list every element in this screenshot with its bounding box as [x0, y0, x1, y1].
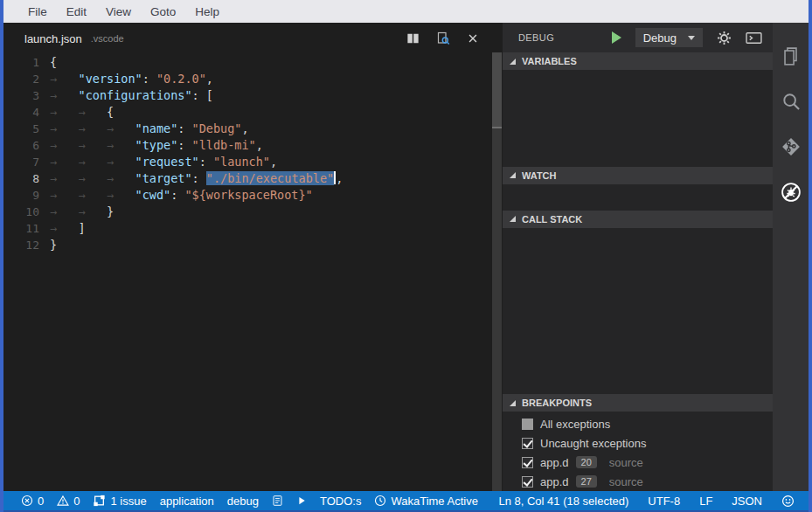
collapse-triangle-icon [510, 216, 516, 222]
line-number: 7 [13, 154, 39, 170]
code-line-11[interactable]: 11→ ] [3, 220, 491, 237]
code-line-2[interactable]: 2→ "version": "0.2.0", [3, 71, 491, 87]
code-editor[interactable]: 1{2→ "version": "0.2.0",3→ "configuratio… [3, 54, 491, 253]
debug-icon [781, 182, 802, 203]
breakpoint-checkbox[interactable] [522, 457, 533, 468]
line-number: 12 [13, 237, 39, 253]
code-line-12[interactable]: 12} [3, 237, 491, 253]
status-encoding-label: UTF-8 [648, 495, 680, 508]
tab-folder-hint: .vscode [91, 33, 124, 44]
debug-console-icon[interactable] [746, 31, 762, 45]
line-number: 9 [13, 187, 39, 204]
status-language-mode-label: JSON [732, 495, 762, 508]
breakpoint-label: All exceptions [540, 418, 610, 431]
code-line-9[interactable]: 9→ → → "cwd": "${workspaceRoot}" [3, 187, 491, 204]
activity-bar [773, 23, 809, 491]
status-encoding[interactable]: UTF-8 [648, 495, 680, 508]
status-debug-target[interactable]: debug [227, 495, 259, 508]
activitybar-item-explorer[interactable] [773, 33, 809, 79]
code-line-4[interactable]: 4→ → { [3, 104, 491, 121]
breakpoint-note: source [609, 475, 643, 488]
debug-sidebar: DEBUG Debug VARIABLES WATCH [503, 23, 773, 491]
issues-icon [93, 495, 106, 507]
menu-item-file[interactable]: File [18, 5, 57, 18]
status-application-label: application [160, 495, 214, 508]
section-variables[interactable]: VARIABLES [503, 52, 773, 70]
scrollbar-slider[interactable] [492, 52, 502, 127]
section-breakpoints[interactable]: BREAKPOINTS [503, 394, 773, 412]
debug-config-label: Debug [643, 31, 677, 45]
line-number: 1 [13, 54, 39, 71]
status-feedback[interactable] [781, 495, 795, 508]
status-errors-label: 0 [38, 495, 44, 508]
status-issues[interactable]: 1 issue [93, 495, 146, 508]
status-application[interactable]: application [160, 495, 214, 508]
status-cursor-position[interactable]: Ln 8, Col 41 (18 selected) [498, 495, 628, 508]
editor-scrollbar[interactable] [491, 23, 503, 491]
status-language-mode[interactable]: JSON [732, 495, 762, 508]
status-debug-target-label: debug [227, 495, 259, 508]
status-wakatime[interactable]: WakaTime Active [374, 495, 477, 508]
collapse-triangle-icon [510, 172, 516, 178]
warning-icon [57, 495, 69, 507]
breakpoint-row[interactable]: Uncaught exceptions [503, 433, 773, 453]
status-todos[interactable]: TODO:s [320, 495, 361, 508]
line-content: → → } [50, 204, 114, 220]
breakpoint-checkbox[interactable] [522, 438, 533, 449]
status-eol[interactable]: LF [699, 495, 712, 508]
line-content: { [50, 54, 57, 71]
activitybar-item-debug[interactable] [773, 170, 809, 215]
breakpoint-row[interactable]: app.d20source [503, 453, 773, 472]
activitybar-item-source-control[interactable] [773, 124, 809, 170]
status-run[interactable] [296, 495, 307, 506]
code-line-3[interactable]: 3→ "configurations": [ [3, 87, 491, 104]
status-doc[interactable] [272, 495, 283, 507]
start-debug-button[interactable] [612, 31, 621, 44]
call-stack-panel [503, 228, 773, 394]
section-label: WATCH [522, 170, 557, 181]
code-line-8[interactable]: 8→ → → "target": "./bin/executable", [3, 170, 491, 187]
status-wakatime-label: WakaTime Active [391, 495, 477, 508]
debug-config-dropdown[interactable]: Debug [635, 28, 703, 47]
code-line-7[interactable]: 7→ → → "request": "launch", [3, 154, 491, 170]
line-number: 4 [13, 104, 39, 121]
code-line-5[interactable]: 5→ → → "name": "Debug", [3, 121, 491, 137]
playsmall-icon [296, 495, 307, 506]
line-number: 8 [13, 170, 39, 187]
open-preview-icon[interactable] [436, 31, 450, 45]
breakpoint-row[interactable]: All exceptions [503, 414, 773, 433]
line-number: 2 [13, 71, 39, 87]
line-number: 5 [13, 121, 39, 137]
breakpoint-checkbox[interactable] [522, 476, 533, 488]
line-content: → → → "request": "launch", [50, 154, 277, 170]
line-number: 3 [13, 87, 39, 104]
breakpoint-checkbox[interactable] [522, 419, 533, 430]
section-call-stack[interactable]: CALL STACK [503, 211, 773, 228]
menu-item-help[interactable]: Help [185, 5, 229, 18]
line-number-badge: 20 [576, 456, 597, 468]
status-errors[interactable]: 0 [21, 495, 44, 508]
editor-actions [406, 31, 479, 45]
line-number: 11 [13, 220, 39, 237]
breakpoint-label: Uncaught exceptions [540, 437, 646, 450]
activitybar-item-search[interactable] [773, 79, 809, 124]
code-line-10[interactable]: 10→ → } [3, 204, 491, 220]
gear-icon[interactable] [717, 31, 732, 45]
split-editor-icon[interactable] [406, 32, 420, 45]
menu-item-view[interactable]: View [96, 5, 141, 18]
menu-item-edit[interactable]: Edit [57, 5, 96, 18]
breakpoint-row[interactable]: app.d27source [503, 472, 773, 491]
tab-filename[interactable]: launch.json [24, 32, 82, 45]
code-line-6[interactable]: 6→ → → "type": "lldb-mi", [3, 137, 491, 154]
code-line-1[interactable]: 1{ [3, 54, 491, 71]
editor-titlebar: launch.json .vscode [3, 23, 491, 54]
collapse-triangle-icon [510, 59, 516, 65]
line-content: → → → "type": "lldb-mi", [50, 137, 263, 154]
collapse-triangle-icon [510, 400, 516, 406]
chevron-down-icon [688, 36, 695, 40]
line-number: 10 [13, 204, 39, 220]
section-watch[interactable]: WATCH [503, 167, 773, 184]
menu-item-goto[interactable]: Goto [141, 5, 185, 18]
status-warnings[interactable]: 0 [57, 495, 80, 508]
close-editor-icon[interactable] [467, 32, 479, 45]
